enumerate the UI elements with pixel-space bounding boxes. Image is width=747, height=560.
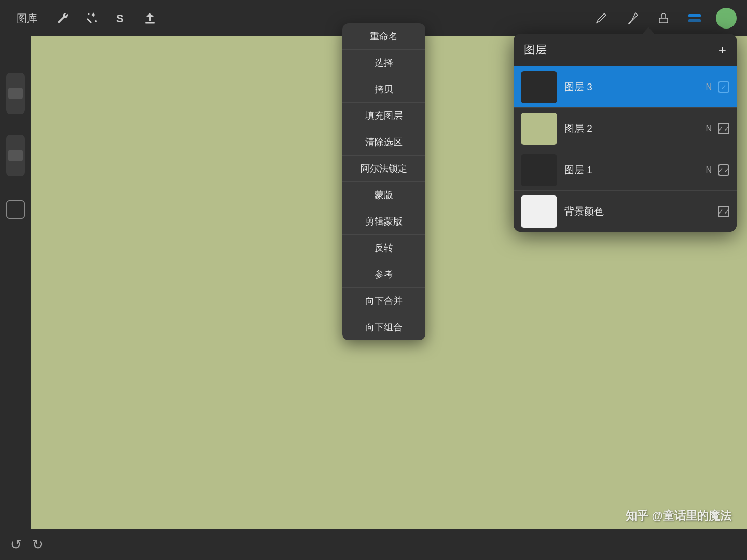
magic-icon[interactable]	[82, 8, 102, 28]
menu-item-clear-selection[interactable]: 清除选区	[342, 129, 425, 156]
size-slider[interactable]	[6, 135, 25, 176]
layer-3-checkbox[interactable]	[718, 81, 729, 93]
layer-1-name: 图层 1	[564, 163, 706, 177]
layer-1-thumbnail	[521, 154, 557, 186]
menu-item-copy[interactable]: 拷贝	[342, 76, 425, 103]
layer-1-blend: N	[706, 165, 712, 175]
svg-point-1	[88, 13, 90, 15]
layer-3-thumbnail	[521, 71, 557, 103]
layer-bg-name: 背景颜色	[564, 205, 712, 218]
layer-2-name: 图层 2	[564, 122, 706, 135]
panel-arrow	[642, 27, 655, 34]
svg-rect-3	[145, 22, 155, 24]
svg-point-0	[95, 20, 97, 22]
layer-3-blend: N	[706, 82, 712, 92]
layer-row-1[interactable]: 图层 1 N ✓	[514, 149, 737, 190]
bottom-toolbar: ↺ ↻	[0, 529, 747, 560]
gallery-button[interactable]: 图库	[10, 8, 44, 29]
layer-row-3[interactable]: 图层 3 N	[514, 66, 737, 107]
menu-item-alpha-lock[interactable]: 阿尔法锁定	[342, 156, 425, 182]
smudge-icon[interactable]: S	[111, 8, 131, 28]
eraser-icon[interactable]	[654, 8, 673, 28]
toolbar-right	[591, 8, 737, 29]
wrench-icon[interactable]	[53, 8, 73, 28]
layers-title: 图层	[524, 42, 547, 58]
opacity-slider[interactable]	[6, 73, 25, 114]
layer-2-checkbox[interactable]: ✓	[718, 123, 729, 134]
layers-panel: 图层 + 图层 3 N 图层 2 N ✓ 图层 1 N ✓	[514, 34, 737, 232]
menu-item-group-down[interactable]: 向下组合	[342, 314, 425, 340]
svg-rect-5	[688, 14, 701, 17]
undo-redo-group: ↺ ↻	[10, 537, 44, 553]
menu-item-merge-down[interactable]: 向下合并	[342, 288, 425, 314]
svg-rect-6	[688, 19, 701, 22]
pen-icon[interactable]	[591, 8, 611, 28]
layer-2-blend: N	[706, 124, 712, 133]
layers-icon[interactable]	[685, 8, 704, 28]
menu-item-fill[interactable]: 填充图层	[342, 103, 425, 129]
toolbar-left: 图库 S	[10, 8, 160, 29]
layer-bg-thumbnail	[521, 195, 557, 228]
shape-tool[interactable]	[6, 200, 25, 219]
menu-item-clipping-mask[interactable]: 剪辑蒙版	[342, 208, 425, 235]
menu-item-invert[interactable]: 反转	[342, 235, 425, 261]
svg-rect-4	[659, 18, 668, 23]
brush-icon[interactable]	[622, 8, 642, 28]
menu-item-reference[interactable]: 参考	[342, 261, 425, 288]
layer-1-checkbox[interactable]: ✓	[718, 164, 729, 176]
context-menu: 重命名 选择 拷贝 填充图层 清除选区 阿尔法锁定 蒙版 剪辑蒙版 反转 参考 …	[342, 23, 425, 340]
redo-button[interactable]: ↻	[32, 537, 44, 553]
layer-bg-checkbox[interactable]: ✓	[718, 206, 729, 217]
avatar[interactable]	[716, 8, 737, 29]
layer-row-bg[interactable]: 背景颜色 ✓	[514, 190, 737, 232]
export-icon[interactable]	[140, 8, 160, 28]
left-sidebar	[0, 36, 31, 529]
watermark: 知乎 @童话里的魔法	[626, 508, 731, 524]
undo-button[interactable]: ↺	[10, 537, 22, 553]
layer-row-2[interactable]: 图层 2 N ✓	[514, 107, 737, 149]
layer-3-name: 图层 3	[564, 80, 706, 94]
svg-text:S: S	[116, 12, 124, 25]
menu-item-rename[interactable]: 重命名	[342, 23, 425, 50]
menu-item-mask[interactable]: 蒙版	[342, 182, 425, 208]
layers-header: 图层 +	[514, 34, 737, 66]
menu-item-select[interactable]: 选择	[342, 50, 425, 76]
layer-2-thumbnail	[521, 113, 557, 145]
add-layer-button[interactable]: +	[718, 43, 726, 57]
